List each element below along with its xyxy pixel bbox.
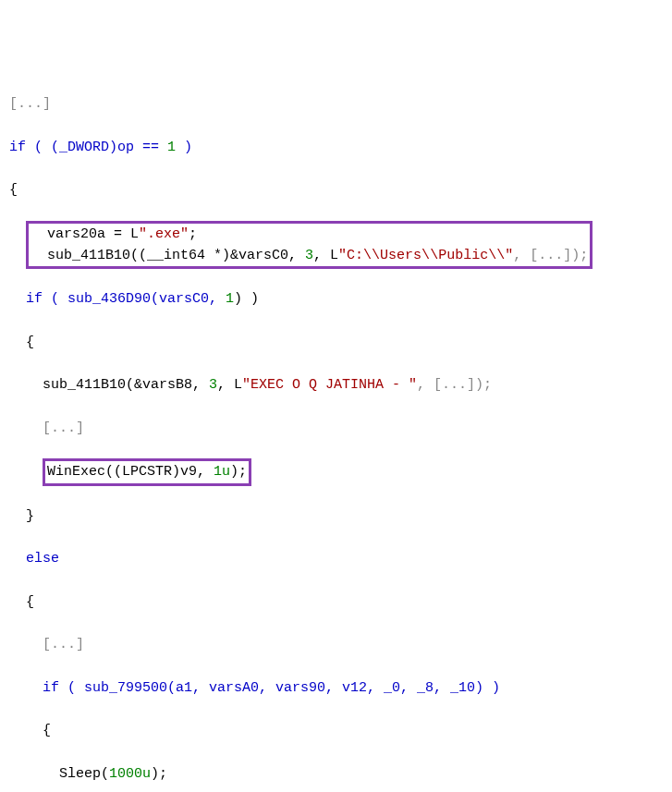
code-line: [...] xyxy=(9,418,663,439)
code-line: else xyxy=(9,548,663,569)
highlight-box: WinExec((LPCSTR)v9, 1u); xyxy=(9,460,663,483)
code-line: if ( sub_799500(a1, varsA0, vars90, v12,… xyxy=(9,677,663,699)
code-line: { xyxy=(9,720,663,741)
code-line: if ( sub_436D90(varsC0, 1) ) xyxy=(9,288,663,310)
highlight-box: vars20a = L".exe"; sub_411B10((__int64 *… xyxy=(9,223,663,268)
code-line: { xyxy=(9,591,663,613)
code-line: Sleep(1000u); xyxy=(9,763,663,785)
ellipsis: [...] xyxy=(9,96,51,112)
code-line: sub_411B10(&varsB8, 3, L"EXEC O Q JATINH… xyxy=(9,374,663,396)
code-line: } xyxy=(9,506,663,527)
code-line: [...] xyxy=(9,93,663,115)
code-line: [...] xyxy=(9,634,663,655)
code-line: if ( (_DWORD)op == 1 ) xyxy=(9,137,663,158)
code-line: { xyxy=(9,332,663,353)
code-line: { xyxy=(9,179,663,201)
